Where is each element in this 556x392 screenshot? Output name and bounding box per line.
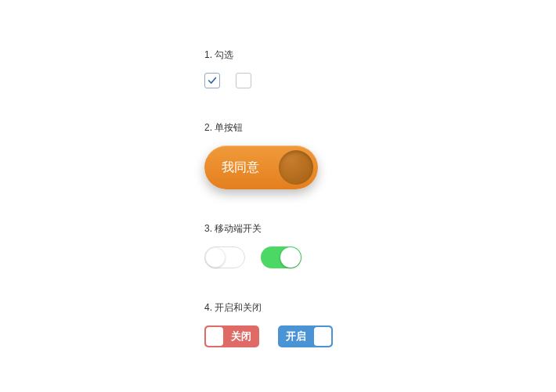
checkmark-icon xyxy=(207,75,218,86)
switch-knob xyxy=(206,327,223,346)
labeled-switch-off[interactable]: 关闭 xyxy=(204,325,259,347)
agree-button-knob xyxy=(279,150,313,185)
section-title-big-button: 2. 单按钮 xyxy=(204,121,333,135)
section-title-checkbox: 1. 勾选 xyxy=(204,49,333,62)
section-title-labeled-switch: 4. 开启和关闭 xyxy=(204,301,333,315)
section-checkbox: 1. 勾选 xyxy=(204,49,333,88)
toggle-knob xyxy=(280,247,301,268)
agree-button-label: 我同意 xyxy=(222,160,259,176)
toggle-row xyxy=(204,246,333,268)
section-labeled-switch: 4. 开启和关闭 关闭 开启 xyxy=(204,301,333,347)
mobile-toggle-2[interactable] xyxy=(261,246,301,268)
agree-button[interactable]: 我同意 xyxy=(204,146,318,189)
toggle-knob xyxy=(205,247,226,268)
switch-knob xyxy=(314,327,331,346)
switch-off-label: 关闭 xyxy=(231,329,251,343)
section-mobile-toggle: 3. 移动端开关 xyxy=(204,222,333,268)
labeled-switch-on[interactable]: 开启 xyxy=(278,325,333,347)
checkbox-row xyxy=(204,73,333,88)
switch-row: 关闭 开启 xyxy=(204,325,333,347)
checkbox-2[interactable] xyxy=(236,73,251,88)
switch-on-label: 开启 xyxy=(286,329,306,343)
checkbox-1[interactable] xyxy=(204,73,220,88)
section-big-button: 2. 单按钮 我同意 xyxy=(204,121,333,189)
mobile-toggle-1[interactable] xyxy=(204,246,245,268)
section-title-mobile-toggle: 3. 移动端开关 xyxy=(204,222,333,236)
